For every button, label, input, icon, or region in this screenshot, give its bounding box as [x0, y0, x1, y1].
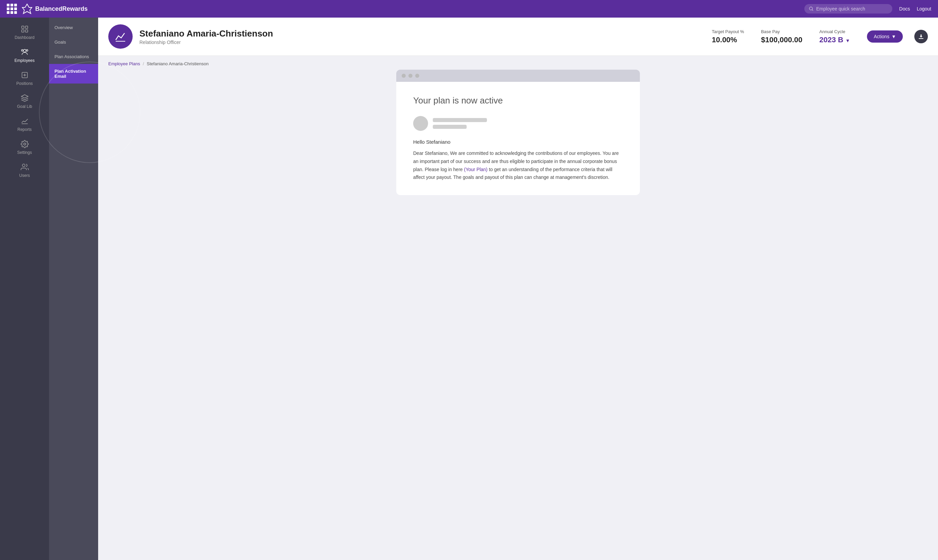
sender-avatar	[413, 116, 428, 131]
annual-cycle-label: Annual Cycle	[819, 29, 850, 34]
sidebar: Dashboard Employees Positions Goal Lib	[0, 18, 49, 560]
positions-label: Positions	[16, 81, 33, 86]
logo-text: BalancedRewards	[35, 5, 88, 12]
download-icon	[918, 33, 924, 40]
download-button[interactable]	[914, 30, 928, 43]
users-label: Users	[19, 173, 30, 178]
sidebar-item-employees[interactable]: Employees	[0, 44, 49, 67]
email-card-container: Your plan is now active Hello Stefaniano…	[98, 70, 938, 209]
breadcrumb: Employee Plans / Stefaniano Amaria-Chris…	[98, 56, 938, 70]
sidebar-item-users[interactable]: Users	[0, 159, 49, 182]
logo: BalancedRewards	[22, 3, 88, 14]
annual-cycle-value: 2023 B ▼	[819, 35, 850, 44]
settings-label: Settings	[17, 150, 32, 155]
docs-link[interactable]: Docs	[899, 6, 910, 11]
email-body-text: Dear Stefaniano, We are committed to ack…	[413, 149, 623, 182]
search-icon	[809, 6, 813, 11]
svg-point-15	[22, 164, 25, 167]
actions-button[interactable]: Actions ▼	[867, 31, 903, 43]
search-box[interactable]	[804, 4, 892, 14]
target-payout-stat: Target Payout % 10.00%	[712, 29, 744, 44]
email-plan-link[interactable]: (Your Plan)	[464, 167, 488, 172]
dashboard-label: Dashboard	[15, 35, 34, 40]
titlebar-dot-3	[415, 74, 419, 78]
svg-rect-5	[22, 30, 24, 32]
base-pay-label: Base Pay	[761, 29, 802, 34]
employee-name: Stefaniano Amaria-Christienson	[139, 28, 705, 39]
email-body-container: Your plan is now active Hello Stefaniano…	[396, 82, 640, 195]
sub-sidebar: Overview Goals Plan Associations Plan Ac…	[49, 18, 98, 560]
sub-sidebar-item-plan-activation-email[interactable]: Plan Activation Email	[49, 64, 98, 83]
sub-sidebar-item-overview[interactable]: Overview	[49, 20, 98, 35]
svg-rect-6	[25, 30, 28, 32]
target-payout-value: 10.00%	[712, 35, 744, 44]
sidebar-item-reports[interactable]: Reports	[0, 113, 49, 136]
employee-info: Stefaniano Amaria-Christienson Relations…	[139, 28, 705, 45]
email-titlebar	[396, 70, 640, 82]
titlebar-dot-1	[402, 74, 406, 78]
reports-label: Reports	[17, 127, 31, 132]
svg-marker-0	[22, 4, 32, 14]
actions-label: Actions	[874, 34, 889, 39]
email-sender	[413, 116, 623, 131]
employees-icon	[21, 48, 29, 56]
positions-icon	[21, 71, 29, 79]
grid-menu-icon[interactable]	[7, 4, 17, 14]
breadcrumb-separator: /	[143, 61, 144, 66]
topnav: BalancedRewards Docs Logout	[0, 0, 938, 18]
svg-point-7	[23, 49, 26, 52]
base-pay-value: $100,000.00	[761, 35, 802, 44]
sidebar-item-goal-lib[interactable]: Goal Lib	[0, 90, 49, 113]
employee-stats: Target Payout % 10.00% Base Pay $100,000…	[712, 29, 850, 44]
svg-point-1	[809, 7, 813, 10]
base-pay-stat: Base Pay $100,000.00	[761, 29, 802, 44]
svg-point-8	[26, 50, 28, 51]
sender-line-1	[433, 118, 487, 122]
employee-title: Relationship Officer	[139, 40, 705, 45]
email-greeting: Hello Stefaniano	[413, 139, 623, 145]
sidebar-item-positions[interactable]: Positions	[0, 67, 49, 90]
employee-header: Stefaniano Amaria-Christienson Relations…	[98, 18, 938, 56]
main-content: Stefaniano Amaria-Christienson Relations…	[98, 18, 938, 560]
svg-rect-17	[919, 38, 923, 39]
sidebar-item-settings[interactable]: Settings	[0, 136, 49, 159]
sender-line-2	[433, 125, 467, 129]
users-icon	[21, 163, 29, 171]
breadcrumb-current: Stefaniano Amaria-Christienson	[147, 61, 209, 66]
sender-lines	[433, 118, 487, 129]
avatar	[108, 25, 133, 49]
logo-icon	[22, 3, 32, 14]
search-input[interactable]	[816, 6, 887, 11]
breadcrumb-link[interactable]: Employee Plans	[108, 61, 140, 66]
svg-rect-4	[25, 26, 28, 28]
titlebar-dot-2	[409, 74, 412, 78]
goal-lib-icon	[21, 94, 29, 102]
email-card: Your plan is now active Hello Stefaniano…	[396, 70, 640, 195]
target-payout-label: Target Payout %	[712, 29, 744, 34]
sub-sidebar-item-plan-associations[interactable]: Plan Associations	[49, 49, 98, 64]
email-title: Your plan is now active	[413, 95, 623, 106]
employees-label: Employees	[15, 58, 34, 63]
logout-link[interactable]: Logout	[917, 6, 931, 11]
avatar-chart-icon	[114, 30, 127, 43]
sub-sidebar-item-goals[interactable]: Goals	[49, 35, 98, 49]
svg-point-9	[21, 50, 23, 51]
goal-lib-label: Goal Lib	[17, 104, 32, 109]
annual-cycle-stat: Annual Cycle 2023 B ▼	[819, 29, 850, 44]
sidebar-item-dashboard[interactable]: Dashboard	[0, 21, 49, 44]
dropdown-chevron-icon[interactable]: ▼	[845, 38, 850, 43]
actions-chevron-icon: ▼	[891, 34, 896, 39]
reports-icon	[21, 117, 29, 125]
svg-line-2	[812, 10, 813, 11]
svg-point-14	[24, 143, 26, 145]
svg-rect-3	[22, 26, 24, 28]
settings-icon	[21, 140, 29, 148]
dashboard-icon	[21, 25, 29, 33]
